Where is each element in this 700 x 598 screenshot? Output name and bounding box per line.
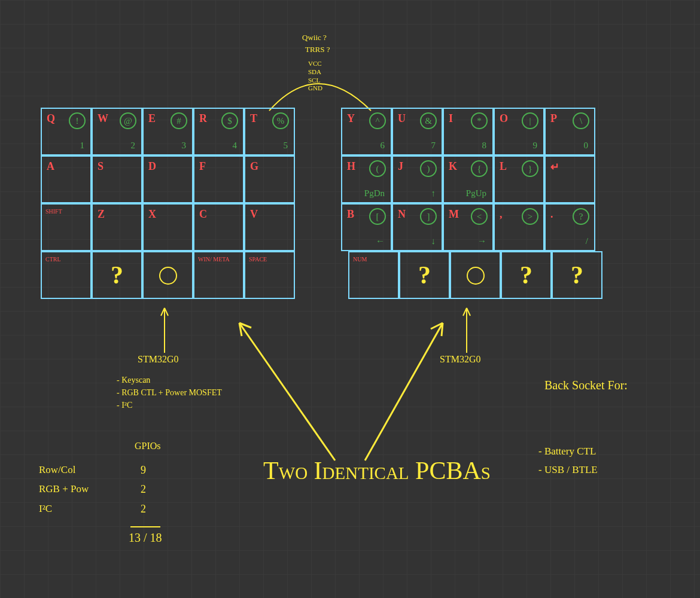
key: W@2: [92, 108, 142, 155]
key: shift: [41, 203, 92, 251]
key: V: [244, 203, 295, 251]
gpios-rule: [130, 526, 160, 527]
link-q1: Qwiic ?: [302, 33, 327, 42]
key: Y^6: [341, 108, 392, 155]
key: .?/: [544, 203, 595, 251]
key: ,>: [494, 203, 544, 251]
key: G: [244, 155, 295, 203]
key: T%5: [244, 108, 295, 155]
key: num: [348, 251, 399, 299]
gpios-counts: 922: [141, 460, 146, 518]
key: win/ meta: [193, 251, 244, 299]
canvas-grid: [0, 0, 700, 598]
key: S: [92, 155, 142, 203]
key: X: [142, 203, 193, 251]
back-title: Back Socket For:: [544, 377, 652, 393]
key: ?: [552, 251, 602, 299]
key: ↵: [544, 155, 595, 203]
key: ?: [92, 251, 142, 299]
key: A: [41, 155, 92, 203]
link-pins: VCCSDASCLGND: [308, 60, 322, 93]
key: E#3: [142, 108, 193, 155]
key: [450, 251, 501, 299]
mcu-tasks: - Keyscan- RGB CTL + Power MOSFET- I²C: [117, 374, 222, 411]
key: I*8: [443, 108, 494, 155]
key: C: [193, 203, 244, 251]
key: N]↓: [392, 203, 443, 251]
key: B[←: [341, 203, 392, 251]
mcu-label-right: STM32G0: [440, 353, 480, 366]
key: Z: [92, 203, 142, 251]
main-title: Two Identical PCBAs: [257, 454, 497, 487]
key: space: [244, 251, 295, 299]
key: L}: [494, 155, 544, 203]
key: ctrl: [41, 251, 92, 299]
key: U&7: [392, 108, 443, 155]
key: D: [142, 155, 193, 203]
key: F: [193, 155, 244, 203]
key: ?: [501, 251, 552, 299]
key: P\0: [544, 108, 595, 155]
key: O|9: [494, 108, 544, 155]
key: M<→: [443, 203, 494, 251]
key: [142, 251, 193, 299]
key: Q!1: [41, 108, 92, 155]
back-items: - Battery CTL- USB / BTLE: [538, 443, 598, 479]
mcu-label-left: STM32G0: [138, 353, 178, 366]
gpios-labels: Row/ColRGB + PowI²C: [39, 460, 89, 518]
key: R$4: [193, 108, 244, 155]
gpios-title: GPIOs: [135, 440, 161, 453]
gpios-total: 13 / 18: [129, 529, 162, 546]
key: ?: [399, 251, 450, 299]
key: H(PgDn: [341, 155, 392, 203]
key: K{PgUp: [443, 155, 494, 203]
keyboard-right: Y^6U&7I*8O|9P\0H(PgDnJ)↑K{PgUpL}↵B[←N]↓M…: [341, 108, 602, 299]
key: J)↑: [392, 155, 443, 203]
keyboard-left: Q!1W@2E#3R$4T%5ASDFGshiftZXCVctrl?win/ m…: [41, 108, 295, 299]
link-q2: TRRS ?: [305, 45, 330, 54]
